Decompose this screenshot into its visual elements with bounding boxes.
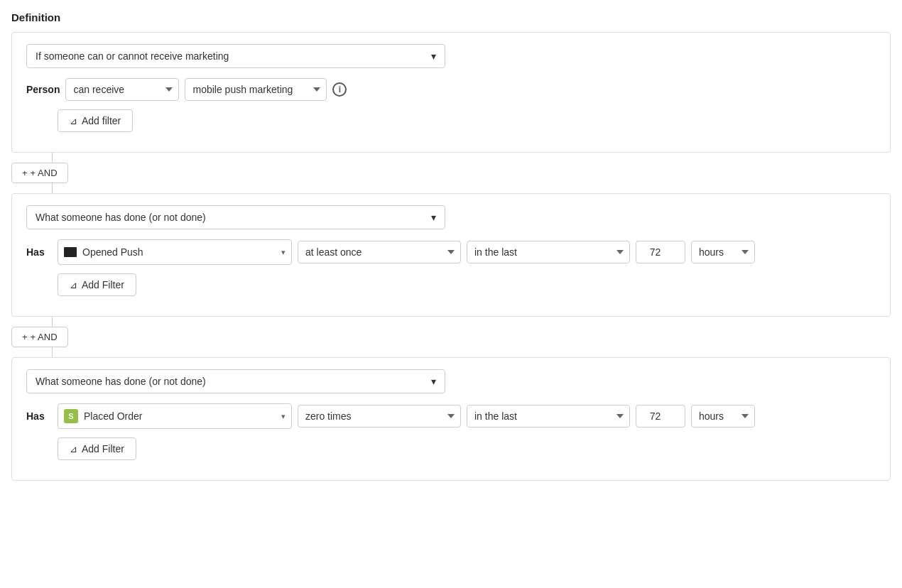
filter-icon-1: ⊿ bbox=[70, 116, 77, 126]
time-unit-select-3[interactable]: hours days weeks bbox=[691, 405, 755, 428]
definition-title: Definition bbox=[11, 11, 891, 23]
add-filter-button-1[interactable]: ⊿ Add filter bbox=[58, 109, 133, 132]
add-filter-button-2[interactable]: ⊿ Add Filter bbox=[58, 273, 136, 296]
vert-line-top-1 bbox=[52, 153, 53, 163]
add-filter-button-3[interactable]: ⊿ Add Filter bbox=[58, 437, 136, 460]
person-label: Person bbox=[26, 84, 60, 95]
chevron-down-icon-3: ▾ bbox=[431, 376, 436, 387]
person-row: Person can receive cannot receive mobile… bbox=[26, 78, 876, 101]
condition-block-1: If someone can or cannot receive marketi… bbox=[11, 32, 891, 153]
condition-block-3: What someone has done (or not done) ▾ Ha… bbox=[11, 357, 891, 481]
timeframe-select-3[interactable]: in the last before after between bbox=[467, 405, 630, 428]
add-filter-row-1: ⊿ Add filter bbox=[26, 109, 876, 132]
has-label-2: Has bbox=[26, 246, 52, 258]
condition-type-label-2: What someone has done (or not done) bbox=[36, 212, 206, 223]
condition-type-dropdown-3[interactable]: What someone has done (or not done) ▾ bbox=[26, 369, 445, 393]
timeframe-select-2[interactable]: in the last before after between bbox=[467, 241, 630, 263]
event-label-2: Opened Push bbox=[82, 246, 143, 258]
chevron-event-2: ▾ bbox=[281, 248, 286, 257]
and-button-2[interactable]: + + AND bbox=[11, 327, 68, 347]
shopify-icon: S bbox=[64, 409, 78, 423]
condition-type-label-3: What someone has done (or not done) bbox=[36, 376, 206, 387]
time-unit-select-2[interactable]: hours days weeks bbox=[691, 241, 755, 263]
has-row-3: Has S Placed Order ▾ zero times at least… bbox=[26, 403, 876, 429]
add-filter-label-3: Add Filter bbox=[82, 443, 124, 454]
has-row-2: Has Opened Push ▾ at least once zero tim… bbox=[26, 239, 876, 265]
and-connector-2: + + AND bbox=[11, 317, 891, 357]
vert-line-top-2 bbox=[52, 317, 53, 327]
add-filter-row-2: ⊿ Add Filter bbox=[26, 273, 876, 296]
plus-icon-1: + bbox=[22, 168, 28, 178]
filter-icon-2: ⊿ bbox=[70, 280, 77, 290]
hours-input-2[interactable] bbox=[636, 241, 685, 263]
add-filter-label-2: Add Filter bbox=[82, 279, 124, 290]
event-select-2[interactable]: Opened Push ▾ bbox=[58, 239, 292, 265]
and-label-1: + AND bbox=[31, 168, 58, 178]
condition-type-dropdown-2[interactable]: What someone has done (or not done) ▾ bbox=[26, 205, 445, 229]
hours-input-3[interactable] bbox=[636, 405, 685, 428]
condition-block-2: What someone has done (or not done) ▾ Ha… bbox=[11, 193, 891, 317]
definition-section: Definition If someone can or cannot rece… bbox=[11, 11, 891, 481]
add-filter-row-3: ⊿ Add Filter bbox=[26, 437, 876, 460]
event-label-3: Placed Order bbox=[84, 410, 142, 422]
condition-type-label-1: If someone can or cannot receive marketi… bbox=[36, 50, 229, 62]
can-receive-select[interactable]: can receive cannot receive bbox=[65, 78, 179, 101]
filter-icon-3: ⊿ bbox=[70, 444, 77, 454]
and-label-2: + AND bbox=[31, 332, 58, 342]
chevron-event-3: ▾ bbox=[281, 412, 286, 421]
chevron-down-icon-1: ▾ bbox=[431, 50, 436, 62]
vert-line-bottom-2 bbox=[52, 347, 53, 357]
condition-type-dropdown-1[interactable]: If someone can or cannot receive marketi… bbox=[26, 44, 445, 68]
event-icon-push bbox=[64, 247, 77, 257]
chevron-down-icon-2: ▾ bbox=[431, 212, 436, 223]
event-select-3[interactable]: S Placed Order ▾ bbox=[58, 403, 292, 429]
and-button-1[interactable]: + + AND bbox=[11, 163, 68, 183]
info-icon: i bbox=[332, 82, 347, 97]
add-filter-label-1: Add filter bbox=[82, 115, 121, 126]
has-label-3: Has bbox=[26, 410, 52, 422]
and-connector-1: + + AND bbox=[11, 153, 891, 193]
vert-line-bottom-1 bbox=[52, 183, 53, 193]
frequency-select-2[interactable]: at least once zero times exactly at leas… bbox=[298, 241, 461, 263]
plus-icon-2: + bbox=[22, 332, 28, 342]
marketing-type-select[interactable]: mobile push marketing email marketing sm… bbox=[185, 78, 327, 101]
frequency-select-3[interactable]: zero times at least once exactly at leas… bbox=[298, 405, 461, 428]
